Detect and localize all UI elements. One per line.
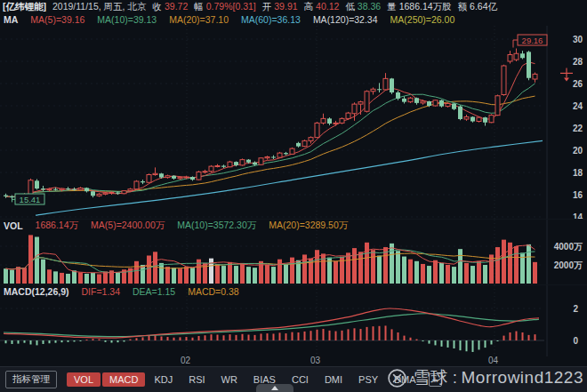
ma-legend-item: MA(5)=39.16 bbox=[30, 14, 84, 25]
quote-field-label: 开 bbox=[262, 1, 272, 12]
brand-name: 雪球 bbox=[414, 368, 448, 387]
quote-field: 收39.72 bbox=[152, 1, 188, 13]
watermark-text: 雪球:Morrowind1223 bbox=[414, 366, 583, 389]
quote-field-value: 1686.14万股 bbox=[399, 1, 452, 12]
watermark-separator: : bbox=[453, 368, 458, 387]
indicator-tab-psy[interactable]: PSY bbox=[351, 372, 385, 387]
main-chart-pane: 29.1615.41302826242220181614 bbox=[0, 26, 587, 219]
svg-text:4000万: 4000万 bbox=[554, 242, 583, 252]
svg-text:29.16: 29.16 bbox=[522, 36, 543, 45]
indicator-tab-vol[interactable]: VOL bbox=[67, 372, 101, 387]
quote-field-label: 收 bbox=[152, 1, 162, 12]
macd-legend: MACD(12,26,9) DIF=1.34DEA=1.15MACD=0.38 bbox=[0, 285, 587, 297]
macd-legend-item: MACD=0.38 bbox=[188, 286, 238, 297]
indicator-manage-button[interactable]: 指标管理 bbox=[5, 371, 57, 388]
indicator-tab-rsi[interactable]: RSI bbox=[181, 372, 212, 387]
quote-field: 开39.91 bbox=[262, 1, 298, 13]
expand-panel-tab[interactable] bbox=[256, 384, 294, 392]
volume-legend-item: MA(5)=2400.00万 bbox=[91, 220, 165, 232]
quote-field: 高40.12 bbox=[304, 1, 340, 13]
indicator-tab-dmi[interactable]: DMI bbox=[318, 372, 350, 387]
quote-field-value: 0.79%[0.31] bbox=[206, 1, 256, 12]
macd-legend-item: DIF=1.34 bbox=[82, 286, 120, 297]
svg-text:14: 14 bbox=[573, 212, 583, 220]
svg-text:2: 2 bbox=[573, 304, 578, 314]
quote-field-label: 低 bbox=[345, 1, 355, 12]
candlestick-chart[interactable]: 29.1615.41302826242220181614 bbox=[0, 26, 587, 219]
volume-pane: 4000万2000万 VOL 1686.14万MA(5)=2400.00万MA(… bbox=[0, 219, 587, 284]
quote-field-value: 40.12 bbox=[316, 1, 339, 12]
quote-field-value: 6.64亿 bbox=[470, 1, 497, 12]
xueqiu-logo-icon bbox=[387, 368, 407, 388]
quote-datetime: 2019/11/15, 周五, 北京 bbox=[52, 1, 146, 13]
ma-legend: MA MA(5)=39.16MA(10)=39.13MA(20)=37.10MA… bbox=[0, 13, 587, 26]
ma-legend-title: MA bbox=[4, 14, 18, 25]
ma-legend-item: MA(10)=39.13 bbox=[97, 14, 157, 25]
svg-text:20: 20 bbox=[573, 146, 583, 156]
x-axis-labels: 020304 bbox=[0, 356, 587, 366]
ma-legend-item: MA(60)=36.13 bbox=[241, 14, 301, 25]
macd-legend-title: MACD(12,26,9) bbox=[4, 286, 69, 297]
x-axis-tick: 03 bbox=[310, 356, 320, 365]
ma-legend-item: MA(120)=32.34 bbox=[313, 14, 378, 25]
stock-chart-app: [亿纬锂能] 2019/11/15, 周五, 北京 收39.72幅0.79%[0… bbox=[0, 0, 587, 392]
quote-fields: 收39.72幅0.79%[0.31]开39.91高40.12低38.36量168… bbox=[152, 1, 497, 13]
quote-field-value: 39.91 bbox=[274, 1, 297, 12]
indicator-tab-kdj[interactable]: KDJ bbox=[147, 372, 180, 387]
quote-field: 幅0.79%[0.31] bbox=[194, 1, 256, 13]
volume-legend-item: MA(20)=3289.50万 bbox=[269, 220, 348, 232]
quote-field-label: 幅 bbox=[194, 1, 204, 12]
svg-text:18: 18 bbox=[573, 168, 583, 178]
quote-field: 量1686.14万股 bbox=[387, 1, 451, 13]
volume-legend-title: VOL bbox=[4, 220, 23, 231]
ma-legend-item: MA(20)=37.10 bbox=[169, 14, 229, 25]
username: Morrowind1223 bbox=[462, 368, 583, 387]
volume-legend: VOL 1686.14万MA(5)=2400.00万MA(10)=3572.30… bbox=[0, 220, 587, 231]
stock-symbol: [亿纬锂能] bbox=[3, 1, 46, 13]
indicator-tab-wr[interactable]: WR bbox=[214, 372, 245, 387]
volume-legend-item: MA(10)=3572.30万 bbox=[177, 220, 256, 232]
volume-legend-item: 1686.14万 bbox=[36, 220, 78, 232]
up-arrow-icon bbox=[271, 386, 278, 390]
xueqiu-watermark: 雪球:Morrowind1223 bbox=[387, 366, 583, 389]
svg-text:0: 0 bbox=[573, 336, 578, 346]
svg-text:30: 30 bbox=[573, 35, 583, 44]
macd-pane: 20 MACD(12,26,9) DIF=1.34DEA=1.15MACD=0.… bbox=[0, 284, 587, 356]
x-axis-tick: 02 bbox=[181, 356, 190, 365]
svg-text:26: 26 bbox=[573, 79, 583, 89]
svg-text:15.41: 15.41 bbox=[20, 195, 41, 204]
quote-field-label: 高 bbox=[304, 1, 314, 12]
quote-field-label: 额 bbox=[458, 1, 468, 12]
quote-field-value: 38.36 bbox=[358, 1, 381, 12]
topbar: [亿纬锂能] 2019/11/15, 周五, 北京 收39.72幅0.79%[0… bbox=[0, 0, 587, 13]
macd-legend-item: DEA=1.15 bbox=[133, 286, 175, 297]
svg-text:28: 28 bbox=[573, 57, 583, 67]
quote-field-value: 39.72 bbox=[165, 1, 188, 12]
quote-field: 低38.36 bbox=[345, 1, 381, 13]
svg-text:22: 22 bbox=[573, 124, 583, 133]
svg-text:24: 24 bbox=[573, 101, 583, 111]
ma-legend-item: MA(250)=26.00 bbox=[390, 14, 455, 25]
last-price-marker bbox=[560, 68, 573, 81]
svg-text:2000万: 2000万 bbox=[554, 260, 583, 270]
x-axis-tick: 04 bbox=[488, 356, 498, 365]
svg-text:16: 16 bbox=[573, 190, 583, 200]
quote-field-label: 量 bbox=[387, 1, 397, 12]
indicator-tab-macd[interactable]: MACD bbox=[102, 372, 145, 387]
quote-field: 额6.64亿 bbox=[458, 1, 497, 13]
indicator-buttons: VOLMACDKDJRSIWRBIASCCIDMIPSYDMA bbox=[67, 372, 423, 387]
